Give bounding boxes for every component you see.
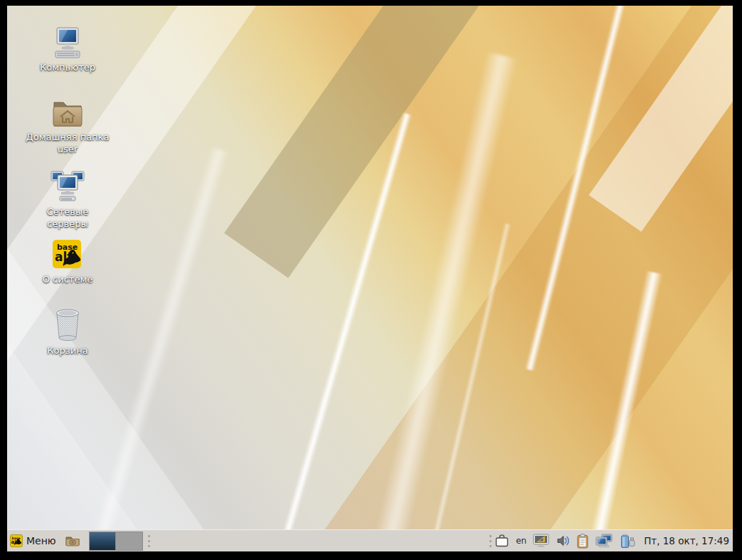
system-tray: en	[494, 534, 733, 549]
desktop-icon-home-folder[interactable]: Домашняя папка user	[25, 90, 110, 156]
file-manager-folder-icon	[65, 535, 80, 547]
computer-icon	[25, 20, 110, 60]
desktop-icon-label: Компьютер	[40, 62, 95, 74]
desktop: Компьютер Домашняя папка user	[7, 6, 733, 551]
desktop-icon-label: Домашняя папка user	[25, 132, 110, 156]
desktop-icon-label: Сетевые серверы	[25, 206, 110, 231]
desktop-surface[interactable]	[7, 6, 733, 551]
desktop-icon-computer[interactable]: Компьютер	[25, 20, 110, 74]
desktop-icon-trash[interactable]: Корзина	[25, 303, 110, 357]
clock[interactable]: Пт, 18 окт, 17:49	[642, 535, 729, 546]
menu-button[interactable]: base alt Меню	[7, 530, 59, 551]
menu-button-label: Меню	[26, 535, 56, 546]
briefcase-indicator-icon[interactable]	[494, 534, 509, 548]
home-folder-icon	[25, 90, 110, 130]
battery-power-icon[interactable]	[620, 534, 636, 549]
display-settings-icon[interactable]	[533, 534, 550, 548]
file-manager-button[interactable]	[62, 530, 83, 551]
workspace-2[interactable]	[116, 532, 143, 551]
clipboard-icon[interactable]	[576, 534, 589, 549]
desktop-icon-about-system[interactable]: base alt О системе	[25, 232, 110, 286]
workspace-1-active[interactable]	[89, 532, 116, 551]
desktop-icon-label: Корзина	[47, 345, 88, 357]
desktop-icon-label: О системе	[43, 274, 92, 286]
basealt-logo-icon: base alt	[25, 232, 110, 272]
desktop-icon-network-servers[interactable]: Сетевые серверы	[25, 164, 110, 231]
network-monitors-icon[interactable]	[595, 534, 613, 548]
taskbar: base alt Меню	[7, 529, 733, 551]
basealt-menu-icon: base alt	[10, 534, 23, 547]
window-list-drag-handle[interactable]	[145, 535, 153, 547]
tray-drag-handle[interactable]	[487, 535, 494, 547]
network-servers-icon	[25, 164, 110, 204]
trash-icon	[25, 303, 110, 343]
keyboard-layout-indicator[interactable]: en	[516, 536, 526, 546]
workspace-switcher	[89, 532, 143, 551]
volume-icon[interactable]	[556, 534, 570, 547]
